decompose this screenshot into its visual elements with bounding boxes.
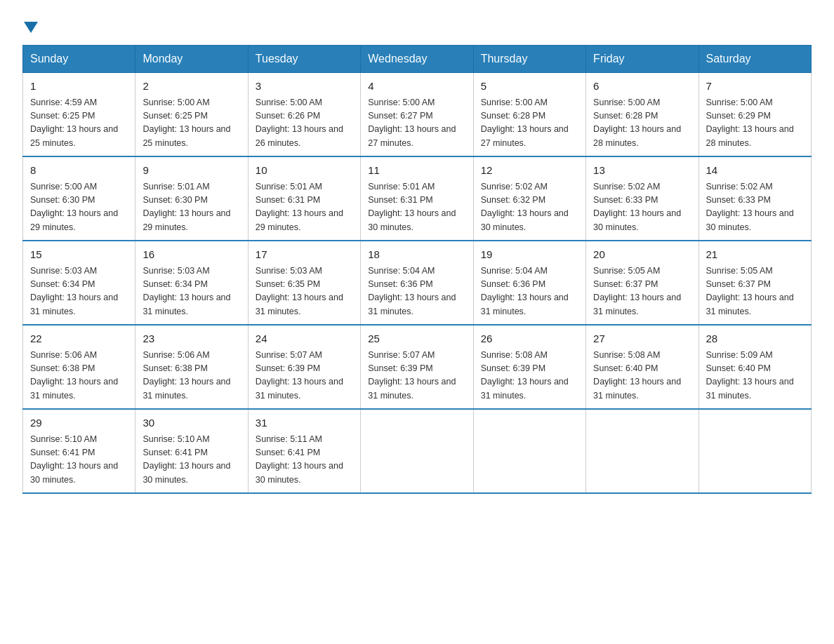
header-tuesday: Tuesday (248, 46, 360, 73)
day-info: Sunrise: 4:59 AMSunset: 6:25 PMDaylight:… (30, 96, 128, 151)
day-info: Sunrise: 5:03 AMSunset: 6:34 PMDaylight:… (143, 264, 240, 319)
week-row-4: 22Sunrise: 5:06 AMSunset: 6:38 PMDayligh… (23, 325, 812, 409)
day-info: Sunrise: 5:01 AMSunset: 6:31 PMDaylight:… (368, 180, 465, 235)
calendar-cell: 6Sunrise: 5:00 AMSunset: 6:28 PMDaylight… (586, 73, 699, 157)
day-number: 29 (30, 415, 128, 431)
day-number: 6 (593, 79, 691, 95)
day-number: 2 (143, 79, 240, 95)
day-number: 12 (481, 163, 578, 179)
calendar-cell: 5Sunrise: 5:00 AMSunset: 6:28 PMDaylight… (473, 73, 585, 157)
calendar-header: SundayMondayTuesdayWednesdayThursdayFrid… (23, 46, 812, 73)
day-info: Sunrise: 5:04 AMSunset: 6:36 PMDaylight:… (368, 264, 465, 319)
day-info: Sunrise: 5:05 AMSunset: 6:37 PMDaylight:… (593, 264, 691, 319)
calendar-cell (586, 409, 699, 493)
day-info: Sunrise: 5:00 AMSunset: 6:29 PMDaylight:… (706, 96, 804, 151)
day-number: 9 (143, 163, 240, 179)
day-number: 7 (706, 79, 804, 95)
day-number: 3 (256, 79, 353, 95)
day-info: Sunrise: 5:03 AMSunset: 6:34 PMDaylight:… (30, 264, 128, 319)
calendar-cell: 28Sunrise: 5:09 AMSunset: 6:40 PMDayligh… (699, 325, 811, 409)
calendar-cell: 24Sunrise: 5:07 AMSunset: 6:39 PMDayligh… (248, 325, 360, 409)
header-friday: Friday (586, 46, 699, 73)
calendar-cell: 17Sunrise: 5:03 AMSunset: 6:35 PMDayligh… (248, 241, 360, 325)
calendar-cell: 14Sunrise: 5:02 AMSunset: 6:33 PMDayligh… (699, 156, 811, 241)
day-number: 13 (593, 163, 691, 179)
calendar-cell: 13Sunrise: 5:02 AMSunset: 6:33 PMDayligh… (586, 156, 699, 241)
calendar-cell: 12Sunrise: 5:02 AMSunset: 6:32 PMDayligh… (473, 156, 585, 241)
week-row-2: 8Sunrise: 5:00 AMSunset: 6:30 PMDaylight… (23, 156, 812, 241)
day-info: Sunrise: 5:07 AMSunset: 6:39 PMDaylight:… (368, 349, 465, 403)
header-monday: Monday (135, 46, 248, 73)
header-row: SundayMondayTuesdayWednesdayThursdayFrid… (23, 46, 812, 73)
calendar-table: SundayMondayTuesdayWednesdayThursdayFrid… (22, 45, 812, 494)
day-number: 24 (256, 331, 353, 347)
calendar-cell: 19Sunrise: 5:04 AMSunset: 6:36 PMDayligh… (473, 241, 585, 325)
day-number: 11 (368, 163, 465, 179)
day-info: Sunrise: 5:08 AMSunset: 6:40 PMDaylight:… (593, 349, 691, 403)
header-sunday: Sunday (23, 46, 135, 73)
day-info: Sunrise: 5:00 AMSunset: 6:27 PMDaylight:… (368, 96, 465, 151)
day-info: Sunrise: 5:01 AMSunset: 6:30 PMDaylight:… (143, 180, 240, 235)
day-number: 5 (481, 79, 578, 95)
day-number: 22 (30, 331, 128, 347)
calendar-cell: 3Sunrise: 5:00 AMSunset: 6:26 PMDaylight… (248, 73, 360, 157)
calendar-cell: 20Sunrise: 5:05 AMSunset: 6:37 PMDayligh… (586, 241, 699, 325)
day-info: Sunrise: 5:02 AMSunset: 6:33 PMDaylight:… (706, 180, 804, 235)
calendar-cell: 18Sunrise: 5:04 AMSunset: 6:36 PMDayligh… (361, 241, 473, 325)
logo-general-line (22, 17, 38, 36)
day-number: 16 (143, 247, 240, 263)
day-number: 21 (706, 247, 804, 263)
calendar-cell: 23Sunrise: 5:06 AMSunset: 6:38 PMDayligh… (135, 325, 248, 409)
calendar-cell: 16Sunrise: 5:03 AMSunset: 6:34 PMDayligh… (135, 241, 248, 325)
header-wednesday: Wednesday (361, 46, 473, 73)
day-number: 27 (593, 331, 691, 347)
calendar-cell: 7Sunrise: 5:00 AMSunset: 6:29 PMDaylight… (699, 73, 811, 157)
calendar-cell: 9Sunrise: 5:01 AMSunset: 6:30 PMDaylight… (135, 156, 248, 241)
calendar-body: 1Sunrise: 4:59 AMSunset: 6:25 PMDaylight… (23, 73, 812, 494)
day-number: 14 (706, 163, 804, 179)
day-info: Sunrise: 5:00 AMSunset: 6:26 PMDaylight:… (256, 96, 353, 151)
calendar-cell: 22Sunrise: 5:06 AMSunset: 6:38 PMDayligh… (23, 325, 135, 409)
day-info: Sunrise: 5:03 AMSunset: 6:35 PMDaylight:… (256, 264, 353, 319)
calendar-cell (699, 409, 811, 493)
day-number: 1 (30, 79, 128, 95)
week-row-3: 15Sunrise: 5:03 AMSunset: 6:34 PMDayligh… (23, 241, 812, 325)
day-info: Sunrise: 5:10 AMSunset: 6:41 PMDaylight:… (30, 433, 128, 488)
week-row-5: 29Sunrise: 5:10 AMSunset: 6:41 PMDayligh… (23, 409, 812, 493)
day-info: Sunrise: 5:00 AMSunset: 6:28 PMDaylight:… (481, 96, 578, 151)
header-saturday: Saturday (699, 46, 811, 73)
header-thursday: Thursday (473, 46, 585, 73)
calendar-cell: 2Sunrise: 5:00 AMSunset: 6:25 PMDaylight… (135, 73, 248, 157)
calendar-cell: 8Sunrise: 5:00 AMSunset: 6:30 PMDaylight… (23, 156, 135, 241)
calendar-cell: 25Sunrise: 5:07 AMSunset: 6:39 PMDayligh… (361, 325, 473, 409)
logo-triangle-icon (24, 22, 38, 33)
day-info: Sunrise: 5:00 AMSunset: 6:25 PMDaylight:… (143, 96, 240, 151)
calendar-cell: 4Sunrise: 5:00 AMSunset: 6:27 PMDaylight… (361, 73, 473, 157)
calendar-cell: 26Sunrise: 5:08 AMSunset: 6:39 PMDayligh… (473, 325, 585, 409)
day-info: Sunrise: 5:07 AMSunset: 6:39 PMDaylight:… (256, 349, 353, 403)
day-info: Sunrise: 5:05 AMSunset: 6:37 PMDaylight:… (706, 264, 804, 319)
day-number: 31 (256, 415, 353, 431)
calendar-cell: 21Sunrise: 5:05 AMSunset: 6:37 PMDayligh… (699, 241, 811, 325)
day-info: Sunrise: 5:08 AMSunset: 6:39 PMDaylight:… (481, 349, 578, 403)
day-number: 19 (481, 247, 578, 263)
day-info: Sunrise: 5:00 AMSunset: 6:30 PMDaylight:… (30, 180, 128, 235)
calendar-cell: 29Sunrise: 5:10 AMSunset: 6:41 PMDayligh… (23, 409, 135, 493)
calendar-cell (361, 409, 473, 493)
day-number: 20 (593, 247, 691, 263)
day-number: 15 (30, 247, 128, 263)
calendar-cell: 1Sunrise: 4:59 AMSunset: 6:25 PMDaylight… (23, 73, 135, 157)
day-number: 25 (368, 331, 465, 347)
day-info: Sunrise: 5:02 AMSunset: 6:32 PMDaylight:… (481, 180, 578, 235)
day-number: 30 (143, 415, 240, 431)
calendar-cell: 31Sunrise: 5:11 AMSunset: 6:41 PMDayligh… (248, 409, 360, 493)
calendar-cell: 27Sunrise: 5:08 AMSunset: 6:40 PMDayligh… (586, 325, 699, 409)
calendar-cell: 30Sunrise: 5:10 AMSunset: 6:41 PMDayligh… (135, 409, 248, 493)
day-number: 18 (368, 247, 465, 263)
week-row-1: 1Sunrise: 4:59 AMSunset: 6:25 PMDaylight… (23, 73, 812, 157)
calendar-cell: 15Sunrise: 5:03 AMSunset: 6:34 PMDayligh… (23, 241, 135, 325)
calendar-cell: 11Sunrise: 5:01 AMSunset: 6:31 PMDayligh… (361, 156, 473, 241)
day-info: Sunrise: 5:02 AMSunset: 6:33 PMDaylight:… (593, 180, 691, 235)
day-number: 26 (481, 331, 578, 347)
logo (22, 17, 38, 36)
